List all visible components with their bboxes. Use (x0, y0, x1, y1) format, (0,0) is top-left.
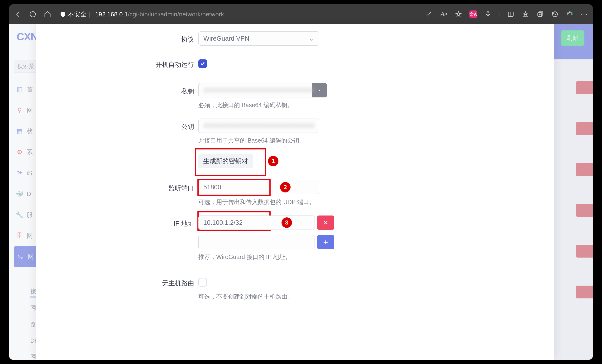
private-key-value: XXXXXXXXXXXXXXXXXXXXXXXXXX (203, 87, 314, 94)
more-icon[interactable]: ··· (580, 11, 588, 18)
favorite-icon[interactable] (455, 11, 462, 18)
no-host-route-label: 无主机路由 (36, 275, 198, 288)
ip-address-input-1[interactable] (198, 235, 315, 249)
refresh-icon[interactable] (29, 10, 37, 19)
private-key-input[interactable]: XXXXXXXXXXXXXXXXXXXXXXXXXX (198, 83, 312, 97)
public-key-value: XXXXXXXXXXXXXXXXXXXXXXXXXX (203, 122, 314, 129)
protocol-select[interactable]: WireGuard VPN ⌄ (198, 31, 319, 46)
interface-config-modal: 协议 WireGuard VPN ⌄ 开机自动运行 (36, 24, 554, 360)
collections-icon[interactable] (537, 11, 544, 18)
address-bar[interactable]: ! 不安全 | 192.168.0.1/cgi-bin/luci/admin/n… (60, 10, 224, 19)
row-private-key: 私钥 XXXXXXXXXXXXXXXXXXXXXXXXXX • 必须，此接口的 … (36, 83, 554, 116)
translate-badge[interactable]: 文A (469, 11, 477, 18)
page-content: 刷新 CXN 搜索菜 ▥首 ⚲网 ▦状 ⚙系 🛍iS 🐳D 🔧服 🗄网 ⇆网 接… (9, 24, 593, 360)
protocol-value: WireGuard VPN (203, 35, 249, 42)
svg-text:!: ! (63, 12, 64, 16)
annotation-3: 3 (281, 217, 292, 228)
autorun-checkbox[interactable] (198, 59, 207, 68)
public-key-input[interactable]: XXXXXXXXXXXXXXXXXXXXXXXXXX (198, 118, 319, 133)
key-icon[interactable] (425, 11, 433, 18)
listen-port-hint: 可选，用于传出和传入数据包的 UDP 端口。 (198, 198, 460, 206)
toolbar-right: A)) 文A | ··· (425, 11, 588, 18)
nav-icons-group (14, 10, 52, 19)
home-icon[interactable] (43, 10, 52, 19)
row-public-key: 公钥 XXXXXXXXXXXXXXXXXXXXXXXXXX 此接口用于共享的 B… (36, 118, 554, 152)
generate-keypair-button[interactable]: 生成新的密钥对 (198, 154, 253, 168)
browser-window: ! 不安全 | 192.168.0.1/cgi-bin/luci/admin/n… (9, 4, 593, 360)
performance-icon[interactable] (566, 11, 573, 18)
protocol-label: 协议 (36, 31, 198, 44)
url-text: 192.168.0.1/cgi-bin/luci/admin/network/n… (95, 11, 224, 18)
row-no-host-route: 无主机路由 可选，不要创建到对端的主机路由。 (36, 275, 554, 308)
ip-address-hint: 推荐，WireGuard 接口的 IP 地址。 (198, 253, 460, 261)
ip-address-input-0[interactable]: 10.100.1.2/32 (198, 215, 315, 230)
ip-add-button[interactable]: + (317, 235, 334, 249)
row-ip-address: IP 地址 10.100.1.2/32 3 (36, 215, 554, 268)
chevron-down-icon: ⌄ (309, 35, 314, 42)
security-badge: ! 不安全 (60, 10, 86, 19)
listen-port-input[interactable]: 51800 (198, 180, 319, 194)
public-key-label: 公钥 (36, 118, 198, 131)
favorites-bar-icon[interactable] (522, 11, 529, 18)
browser-titlebar: ! 不安全 | 192.168.0.1/cgi-bin/luci/admin/n… (9, 4, 593, 24)
autorun-label: 开机自动运行 (36, 56, 198, 69)
row-autorun: 开机自动运行 (36, 56, 554, 69)
wireguard-form: 协议 WireGuard VPN ⌄ 开机自动运行 (36, 24, 554, 308)
public-key-hint: 此接口用于共享的 Base64 编码的公钥。 (198, 137, 460, 144)
row-listen-port: 监听端口 51800 2 可选，用于传出和传入数据包的 UDP 端口。 (36, 180, 554, 213)
row-protocol: 协议 WireGuard VPN ⌄ (36, 31, 554, 46)
read-aloud-icon[interactable]: A)) (440, 11, 448, 18)
back-icon[interactable] (14, 10, 22, 19)
annotation-2: 2 (280, 182, 290, 193)
row-gen-keypair: 生成新的密钥对 1 (36, 154, 554, 168)
split-screen-icon[interactable] (507, 11, 515, 18)
no-host-route-checkbox[interactable] (198, 278, 207, 287)
svg-point-1 (427, 14, 429, 16)
extensions-icon[interactable] (484, 11, 492, 18)
private-key-label: 私钥 (36, 83, 198, 96)
security-label: 不安全 (68, 10, 86, 19)
url-host: 192.168.0.1 (95, 11, 128, 18)
ip-address-label: IP 地址 (36, 215, 198, 228)
svg-point-8 (571, 12, 572, 14)
ip-remove-button[interactable] (317, 215, 334, 230)
annotation-1: 1 (268, 156, 279, 166)
private-key-hint: 必须，此接口的 Base64 编码私钥。 (198, 101, 460, 109)
no-host-route-hint: 可选，不要创建到对端的主机路由。 (198, 293, 460, 300)
listen-port-label: 监听端口 (36, 180, 198, 193)
history-icon[interactable] (551, 11, 559, 18)
url-path: /cgi-bin/luci/admin/network/network (128, 11, 224, 18)
